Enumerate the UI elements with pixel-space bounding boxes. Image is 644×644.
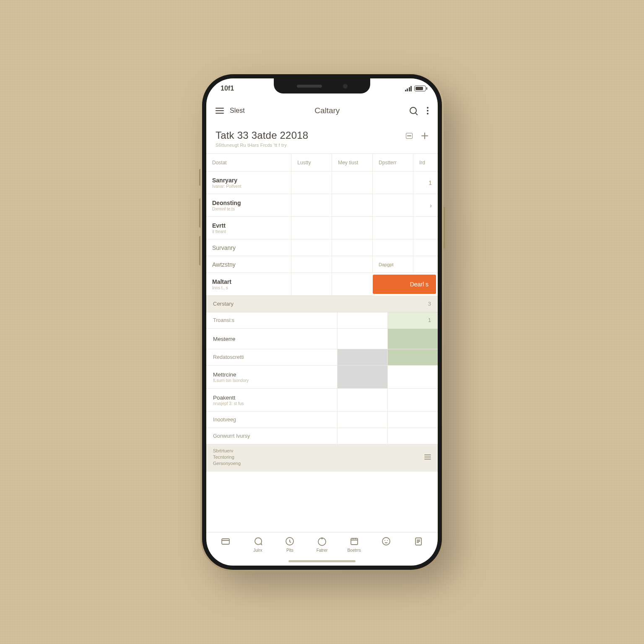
- appbar-left-label: Slest: [230, 107, 245, 114]
- table-row[interactable]: Evrttit tteant: [206, 217, 438, 239]
- hamburger-icon[interactable]: [216, 108, 224, 114]
- nav-item-1[interactable]: [213, 536, 238, 548]
- table-row[interactable]: MettrcineILsurn tsn Isondory: [206, 366, 438, 389]
- table-row[interactable]: Mesterre: [206, 329, 438, 349]
- face-icon: [380, 536, 392, 547]
- add-icon[interactable]: [421, 132, 428, 140]
- table-row[interactable]: Redatoscretti: [206, 349, 438, 366]
- primary-action-button[interactable]: Dearl s: [373, 275, 436, 294]
- section-header[interactable]: Cerstary 3: [206, 296, 438, 312]
- table-row[interactable]: Troansi:s 1: [206, 312, 438, 329]
- svg-rect-4: [351, 538, 358, 545]
- home-indicator[interactable]: [288, 560, 356, 562]
- row-trail: 1: [395, 317, 431, 323]
- row-trail: 1: [413, 171, 438, 194]
- footer-note: Sbrtrtuerv Tecntoring Gersonyoeng: [206, 444, 438, 472]
- main-table: Dostat Lustty Mey tiust Dpstterr Ird San…: [206, 154, 438, 296]
- badge-icon: [316, 536, 328, 547]
- more-icon[interactable]: [427, 107, 428, 114]
- svg-point-6: [384, 540, 385, 541]
- page-title: Tatk 33 3atde 22018: [216, 130, 406, 141]
- col-header[interactable]: Dpstterr: [373, 154, 413, 171]
- calendar-icon: [348, 536, 360, 547]
- page-header: Tatk 33 3atde 22018 S6ttuneugt Ru tHars …: [206, 123, 438, 154]
- table-row[interactable]: Awtzstny Dapgpt: [206, 256, 438, 273]
- nav-item-3[interactable]: Plts: [277, 536, 302, 553]
- table-row[interactable]: Inootveeg: [206, 412, 438, 428]
- view-toggle-icon[interactable]: [406, 133, 413, 139]
- table-row[interactable]: DeonstingDxrmnf te.ts ›: [206, 194, 438, 217]
- doc-icon: [413, 536, 424, 547]
- svg-rect-0: [222, 539, 229, 544]
- page-subtitle: S6ttuneugt Ru tHars Frcds 'tt f try: [216, 143, 406, 148]
- nav-item-5[interactable]: Boetrrs: [342, 536, 367, 553]
- search-icon[interactable]: [410, 107, 418, 115]
- signal-icon: [405, 86, 412, 91]
- device-notch: [274, 78, 370, 93]
- nav-item-6[interactable]: [374, 536, 399, 548]
- nav-item-2[interactable]: Julrx: [245, 536, 270, 553]
- table-row[interactable]: Poakenttnrusjepf 3: st fus: [206, 389, 438, 412]
- svg-point-7: [387, 540, 388, 541]
- chevron-icon: ›: [413, 194, 438, 217]
- col-header[interactable]: Lustty: [291, 154, 332, 171]
- chat-icon: [252, 536, 264, 547]
- appbar-title: Caltary: [251, 106, 404, 115]
- svg-point-5: [382, 538, 390, 545]
- nav-item-7[interactable]: [406, 536, 431, 548]
- col-header[interactable]: Mey tiust: [332, 154, 373, 171]
- table-row[interactable]: Gonwurrt Ivursy: [206, 428, 438, 444]
- app-bar: Slest Caltary: [206, 99, 438, 123]
- table-row[interactable]: SanryaryIvanar: Poifvent 1: [206, 171, 438, 194]
- section-title: Cerstary: [213, 301, 234, 307]
- nav-item-4[interactable]: Fatrer: [309, 536, 335, 553]
- svg-point-3: [321, 538, 323, 539]
- status-time: 10f1: [221, 85, 234, 92]
- secondary-table: Troansi:s 1 Mesterre Redatoscretti: [206, 312, 438, 444]
- col-header[interactable]: Ird: [413, 154, 438, 171]
- table-row[interactable]: MaltartInns t., s Dearl s: [206, 273, 438, 296]
- table-row[interactable]: Survanry: [206, 239, 438, 256]
- row-tag: Dapgpt: [373, 256, 413, 273]
- section-count: 3: [428, 301, 431, 307]
- battery-icon: [414, 86, 426, 91]
- clock-icon: [284, 536, 296, 547]
- col-header[interactable]: Dostat: [206, 154, 291, 171]
- list-icon[interactable]: [424, 454, 431, 460]
- card-icon: [220, 536, 231, 547]
